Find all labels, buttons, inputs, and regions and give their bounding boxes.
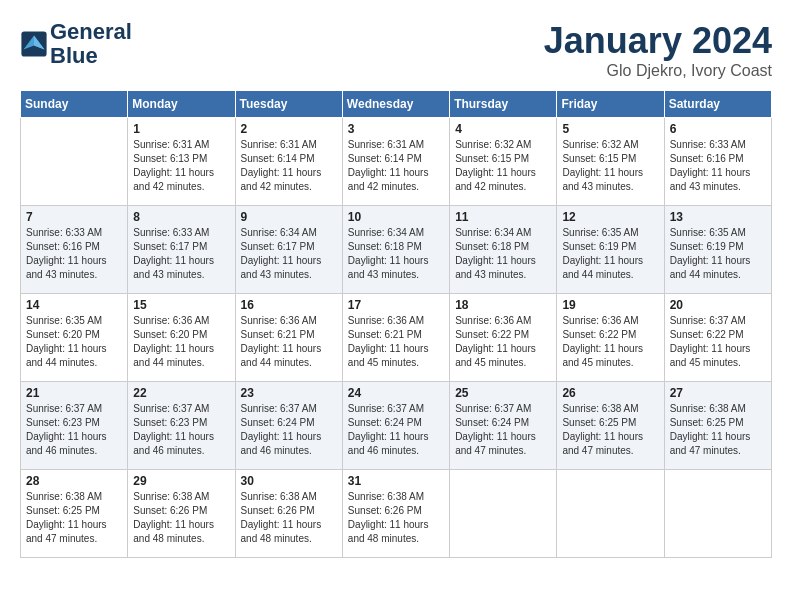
- day-number: 21: [26, 386, 122, 400]
- day-info: Sunrise: 6:38 AM Sunset: 6:25 PM Dayligh…: [562, 402, 658, 458]
- day-number: 27: [670, 386, 766, 400]
- calendar-cell: 26Sunrise: 6:38 AM Sunset: 6:25 PM Dayli…: [557, 382, 664, 470]
- calendar-cell: 2Sunrise: 6:31 AM Sunset: 6:14 PM Daylig…: [235, 118, 342, 206]
- calendar-week-2: 7Sunrise: 6:33 AM Sunset: 6:16 PM Daylig…: [21, 206, 772, 294]
- calendar-cell: 20Sunrise: 6:37 AM Sunset: 6:22 PM Dayli…: [664, 294, 771, 382]
- calendar-cell: 16Sunrise: 6:36 AM Sunset: 6:21 PM Dayli…: [235, 294, 342, 382]
- page-header: General Blue January 2024 Glo Djekro, Iv…: [20, 20, 772, 80]
- calendar-cell: 7Sunrise: 6:33 AM Sunset: 6:16 PM Daylig…: [21, 206, 128, 294]
- day-info: Sunrise: 6:36 AM Sunset: 6:20 PM Dayligh…: [133, 314, 229, 370]
- calendar-cell: 15Sunrise: 6:36 AM Sunset: 6:20 PM Dayli…: [128, 294, 235, 382]
- day-number: 23: [241, 386, 337, 400]
- calendar-cell: 12Sunrise: 6:35 AM Sunset: 6:19 PM Dayli…: [557, 206, 664, 294]
- calendar-table: SundayMondayTuesdayWednesdayThursdayFrid…: [20, 90, 772, 558]
- day-header-friday: Friday: [557, 91, 664, 118]
- day-info: Sunrise: 6:34 AM Sunset: 6:18 PM Dayligh…: [455, 226, 551, 282]
- day-number: 11: [455, 210, 551, 224]
- day-info: Sunrise: 6:37 AM Sunset: 6:24 PM Dayligh…: [241, 402, 337, 458]
- day-number: 10: [348, 210, 444, 224]
- title-block: January 2024 Glo Djekro, Ivory Coast: [544, 20, 772, 80]
- calendar-cell: [450, 470, 557, 558]
- day-info: Sunrise: 6:32 AM Sunset: 6:15 PM Dayligh…: [562, 138, 658, 194]
- day-number: 16: [241, 298, 337, 312]
- day-number: 15: [133, 298, 229, 312]
- calendar-cell: 3Sunrise: 6:31 AM Sunset: 6:14 PM Daylig…: [342, 118, 449, 206]
- day-number: 7: [26, 210, 122, 224]
- day-number: 9: [241, 210, 337, 224]
- day-number: 18: [455, 298, 551, 312]
- day-number: 1: [133, 122, 229, 136]
- day-info: Sunrise: 6:36 AM Sunset: 6:22 PM Dayligh…: [562, 314, 658, 370]
- day-number: 31: [348, 474, 444, 488]
- day-number: 8: [133, 210, 229, 224]
- calendar-cell: 31Sunrise: 6:38 AM Sunset: 6:26 PM Dayli…: [342, 470, 449, 558]
- day-header-thursday: Thursday: [450, 91, 557, 118]
- day-number: 29: [133, 474, 229, 488]
- day-number: 30: [241, 474, 337, 488]
- day-number: 3: [348, 122, 444, 136]
- calendar-cell: 18Sunrise: 6:36 AM Sunset: 6:22 PM Dayli…: [450, 294, 557, 382]
- day-number: 22: [133, 386, 229, 400]
- calendar-cell: [557, 470, 664, 558]
- day-info: Sunrise: 6:38 AM Sunset: 6:26 PM Dayligh…: [348, 490, 444, 546]
- calendar-cell: 29Sunrise: 6:38 AM Sunset: 6:26 PM Dayli…: [128, 470, 235, 558]
- day-number: 28: [26, 474, 122, 488]
- day-info: Sunrise: 6:34 AM Sunset: 6:17 PM Dayligh…: [241, 226, 337, 282]
- calendar-cell: 21Sunrise: 6:37 AM Sunset: 6:23 PM Dayli…: [21, 382, 128, 470]
- day-info: Sunrise: 6:38 AM Sunset: 6:25 PM Dayligh…: [26, 490, 122, 546]
- calendar-cell: 17Sunrise: 6:36 AM Sunset: 6:21 PM Dayli…: [342, 294, 449, 382]
- day-info: Sunrise: 6:35 AM Sunset: 6:19 PM Dayligh…: [562, 226, 658, 282]
- calendar-cell: 6Sunrise: 6:33 AM Sunset: 6:16 PM Daylig…: [664, 118, 771, 206]
- day-info: Sunrise: 6:37 AM Sunset: 6:24 PM Dayligh…: [455, 402, 551, 458]
- day-info: Sunrise: 6:35 AM Sunset: 6:20 PM Dayligh…: [26, 314, 122, 370]
- calendar-cell: 22Sunrise: 6:37 AM Sunset: 6:23 PM Dayli…: [128, 382, 235, 470]
- day-info: Sunrise: 6:31 AM Sunset: 6:13 PM Dayligh…: [133, 138, 229, 194]
- calendar-cell: 27Sunrise: 6:38 AM Sunset: 6:25 PM Dayli…: [664, 382, 771, 470]
- day-number: 12: [562, 210, 658, 224]
- calendar-cell: 23Sunrise: 6:37 AM Sunset: 6:24 PM Dayli…: [235, 382, 342, 470]
- logo-icon: [20, 30, 48, 58]
- day-header-monday: Monday: [128, 91, 235, 118]
- day-info: Sunrise: 6:36 AM Sunset: 6:21 PM Dayligh…: [348, 314, 444, 370]
- calendar-cell: 19Sunrise: 6:36 AM Sunset: 6:22 PM Dayli…: [557, 294, 664, 382]
- day-info: Sunrise: 6:38 AM Sunset: 6:25 PM Dayligh…: [670, 402, 766, 458]
- day-info: Sunrise: 6:38 AM Sunset: 6:26 PM Dayligh…: [241, 490, 337, 546]
- calendar-week-4: 21Sunrise: 6:37 AM Sunset: 6:23 PM Dayli…: [21, 382, 772, 470]
- calendar-week-3: 14Sunrise: 6:35 AM Sunset: 6:20 PM Dayli…: [21, 294, 772, 382]
- calendar-cell: 14Sunrise: 6:35 AM Sunset: 6:20 PM Dayli…: [21, 294, 128, 382]
- calendar-cell: 28Sunrise: 6:38 AM Sunset: 6:25 PM Dayli…: [21, 470, 128, 558]
- calendar-cell: 13Sunrise: 6:35 AM Sunset: 6:19 PM Dayli…: [664, 206, 771, 294]
- day-number: 20: [670, 298, 766, 312]
- month-title: January 2024: [544, 20, 772, 62]
- location-subtitle: Glo Djekro, Ivory Coast: [544, 62, 772, 80]
- day-info: Sunrise: 6:34 AM Sunset: 6:18 PM Dayligh…: [348, 226, 444, 282]
- day-info: Sunrise: 6:37 AM Sunset: 6:22 PM Dayligh…: [670, 314, 766, 370]
- day-header-wednesday: Wednesday: [342, 91, 449, 118]
- calendar-cell: 5Sunrise: 6:32 AM Sunset: 6:15 PM Daylig…: [557, 118, 664, 206]
- calendar-cell: 10Sunrise: 6:34 AM Sunset: 6:18 PM Dayli…: [342, 206, 449, 294]
- day-number: 24: [348, 386, 444, 400]
- day-info: Sunrise: 6:36 AM Sunset: 6:22 PM Dayligh…: [455, 314, 551, 370]
- calendar-cell: 1Sunrise: 6:31 AM Sunset: 6:13 PM Daylig…: [128, 118, 235, 206]
- calendar-cell: 25Sunrise: 6:37 AM Sunset: 6:24 PM Dayli…: [450, 382, 557, 470]
- day-number: 14: [26, 298, 122, 312]
- day-info: Sunrise: 6:35 AM Sunset: 6:19 PM Dayligh…: [670, 226, 766, 282]
- calendar-cell: 24Sunrise: 6:37 AM Sunset: 6:24 PM Dayli…: [342, 382, 449, 470]
- day-number: 4: [455, 122, 551, 136]
- calendar-cell: [21, 118, 128, 206]
- calendar-cell: 9Sunrise: 6:34 AM Sunset: 6:17 PM Daylig…: [235, 206, 342, 294]
- day-info: Sunrise: 6:33 AM Sunset: 6:16 PM Dayligh…: [26, 226, 122, 282]
- day-header-sunday: Sunday: [21, 91, 128, 118]
- calendar-cell: 8Sunrise: 6:33 AM Sunset: 6:17 PM Daylig…: [128, 206, 235, 294]
- day-info: Sunrise: 6:37 AM Sunset: 6:24 PM Dayligh…: [348, 402, 444, 458]
- day-info: Sunrise: 6:31 AM Sunset: 6:14 PM Dayligh…: [348, 138, 444, 194]
- calendar-cell: 11Sunrise: 6:34 AM Sunset: 6:18 PM Dayli…: [450, 206, 557, 294]
- day-number: 6: [670, 122, 766, 136]
- logo: General Blue: [20, 20, 132, 68]
- day-info: Sunrise: 6:33 AM Sunset: 6:17 PM Dayligh…: [133, 226, 229, 282]
- day-header-saturday: Saturday: [664, 91, 771, 118]
- calendar-week-1: 1Sunrise: 6:31 AM Sunset: 6:13 PM Daylig…: [21, 118, 772, 206]
- calendar-week-5: 28Sunrise: 6:38 AM Sunset: 6:25 PM Dayli…: [21, 470, 772, 558]
- day-info: Sunrise: 6:36 AM Sunset: 6:21 PM Dayligh…: [241, 314, 337, 370]
- logo-text: General Blue: [50, 20, 132, 68]
